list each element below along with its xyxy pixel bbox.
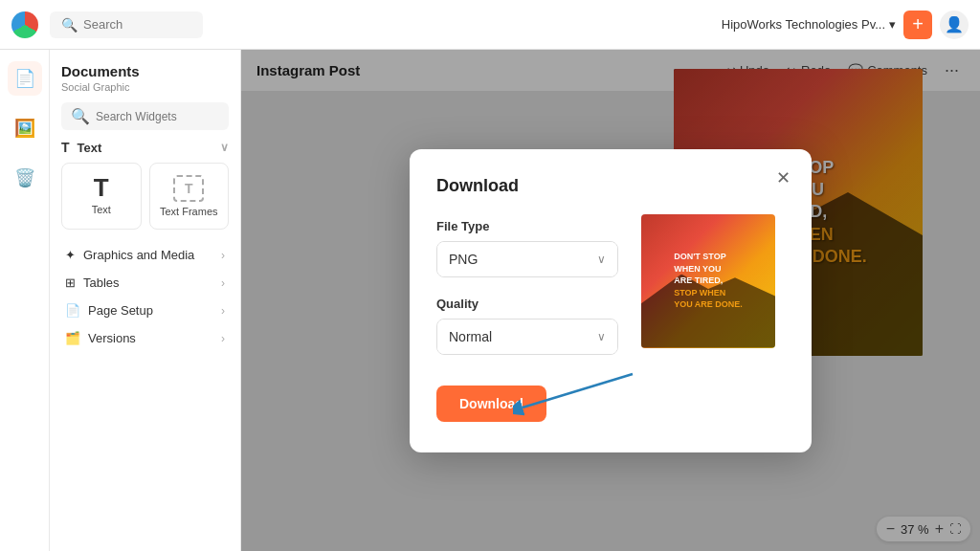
app-logo (11, 11, 38, 38)
text-widget[interactable]: T Text (61, 163, 142, 230)
panel-menu-versions[interactable]: 🗂️ Versions › (61, 324, 229, 352)
file-type-group: File Type PNG JPG PDF SVG ∨ (436, 219, 618, 277)
add-button[interactable]: + (903, 11, 932, 39)
pagesetup-icon: 📄 (65, 303, 80, 318)
search-icon: 🔍 (61, 17, 78, 33)
panel-search-input[interactable] (96, 110, 219, 123)
text-section-header: T Text ∨ (61, 140, 229, 155)
tables-icon: ⊞ (65, 276, 76, 290)
versions-chevron: › (221, 332, 225, 345)
canvas-area: Instagram Post ↩ Undo ↪ Redo 💬 Comments … (241, 50, 980, 551)
user-button[interactable]: 👤 (940, 11, 969, 39)
main-layout: 📄 🖼️ 🗑️ Documents Social Graphic 🔍 T Tex… (0, 50, 980, 551)
sidebar-icon-trash[interactable]: 🗑️ (8, 161, 42, 195)
search-bar[interactable]: 🔍 (50, 11, 203, 38)
modal-overlay[interactable]: ✕ Download File Type PNG JPG PDF SVG (241, 50, 980, 551)
file-type-select-wrapper[interactable]: PNG JPG PDF SVG ∨ (436, 241, 618, 277)
graphics-icon: ✦ (65, 248, 76, 262)
text-frames-icon: T (173, 175, 204, 202)
svg-line-1 (523, 374, 633, 408)
panel-search[interactable]: 🔍 (61, 102, 229, 130)
text-widget-icon: T (94, 175, 109, 200)
dialog-left: Download File Type PNG JPG PDF SVG ∨ (436, 176, 618, 422)
panel-title: Documents (61, 63, 229, 79)
quality-select-wrapper[interactable]: Normal High Low ∨ (436, 319, 618, 355)
tables-chevron: › (221, 276, 225, 290)
text-frames-widget[interactable]: T Text Frames (149, 163, 230, 230)
company-name: HipoWorks Technologies Pv... ▾ (722, 17, 896, 32)
quality-label: Quality (436, 297, 618, 311)
preview-image-text: DON'T STOPWHEN YOUARE TIRED,STOP WHENYOU… (666, 243, 750, 319)
panel-menu-tables[interactable]: ⊞ Tables › (61, 269, 229, 297)
quality-select[interactable]: Normal High Low (437, 320, 617, 354)
versions-icon: 🗂️ (65, 331, 80, 345)
panel-menu-graphics[interactable]: ✦ Graphics and Media › (61, 241, 229, 269)
panel: Documents Social Graphic 🔍 T Text ∨ T Te… (50, 50, 241, 551)
panel-menu-pagesetup[interactable]: 📄 Page Setup › (61, 297, 229, 324)
quality-group: Quality Normal High Low ∨ (436, 297, 618, 355)
download-btn-container: Download (436, 374, 618, 422)
preview-image: DON'T STOPWHEN YOUARE TIRED,STOP WHENYOU… (641, 214, 775, 348)
search-input[interactable] (83, 17, 191, 32)
panel-search-icon: 🔍 (71, 107, 90, 125)
text-icon: T (61, 140, 70, 155)
panel-subtitle: Social Graphic (61, 81, 229, 93)
sidebar-icon-document[interactable]: 📄 (8, 61, 42, 96)
dialog-preview: DON'T STOPWHEN YOUARE TIRED,STOP WHENYOU… (641, 176, 785, 422)
sidebar-icon-image[interactable]: 🖼️ (8, 111, 42, 145)
download-dialog: ✕ Download File Type PNG JPG PDF SVG (410, 149, 812, 452)
file-type-label: File Type (436, 219, 618, 233)
dialog-title: Download (436, 176, 618, 196)
graphics-chevron: › (221, 249, 225, 262)
sidebar: 📄 🖼️ 🗑️ (0, 50, 50, 551)
text-section-chevron: ∨ (220, 141, 229, 154)
dialog-close-button[interactable]: ✕ (769, 165, 796, 191)
navbar: 🔍 HipoWorks Technologies Pv... ▾ + 👤 (0, 0, 980, 50)
pagesetup-chevron: › (221, 304, 225, 318)
nav-right: HipoWorks Technologies Pv... ▾ + 👤 (722, 11, 969, 39)
widget-grid: T Text T Text Frames (61, 163, 229, 230)
arrow-annotation (513, 364, 637, 422)
file-type-select[interactable]: PNG JPG PDF SVG (437, 242, 617, 276)
